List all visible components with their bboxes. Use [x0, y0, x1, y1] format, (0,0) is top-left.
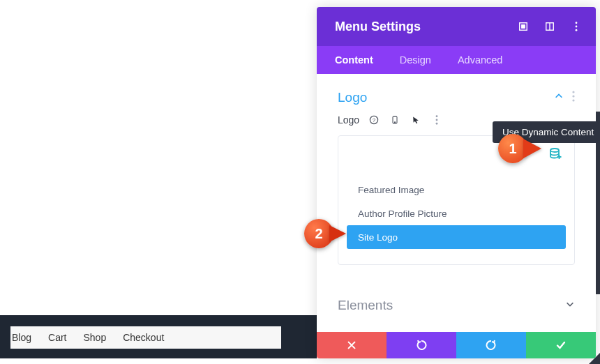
expand-icon[interactable] [518, 21, 529, 32]
undo-button[interactable] [387, 332, 456, 358]
svg-point-15 [436, 119, 438, 121]
instruction-callout-1: 1 [498, 134, 541, 163]
dyn-item-featured-image[interactable]: Featured Image [347, 178, 566, 202]
panel-title: Menu Settings [335, 20, 421, 34]
dyn-item-author-picture[interactable]: Author Profile Picture [347, 202, 566, 225]
footer-link-cart[interactable]: Cart [48, 332, 66, 343]
dynamic-content-list: Featured Image Author Profile Picture Si… [347, 178, 566, 249]
cancel-button[interactable] [317, 332, 387, 358]
kebab-icon[interactable] [571, 21, 582, 32]
section-elements: Elements [317, 282, 596, 321]
help-icon[interactable]: ? [369, 115, 379, 125]
panel-tabs: Content Design Advanced [317, 46, 596, 74]
svg-point-16 [436, 123, 438, 125]
svg-point-7 [572, 91, 574, 93]
mobile-icon[interactable] [390, 115, 400, 125]
svg-point-8 [572, 95, 574, 97]
footer-link-shop[interactable]: Shop [83, 332, 106, 343]
tab-content[interactable]: Content [335, 54, 373, 66]
footer-links: Blog Cart Shop Checkout [10, 326, 281, 349]
logo-field-label: Logo [338, 114, 359, 126]
hover-icon[interactable] [411, 115, 421, 125]
dynamic-content-icon[interactable] [549, 147, 562, 160]
section-title-logo[interactable]: Logo [338, 90, 367, 105]
footer-link-checkout[interactable]: Checkout [123, 332, 164, 343]
collapse-icon[interactable] [554, 91, 564, 104]
section-kebab-icon[interactable] [572, 91, 575, 105]
svg-text:?: ? [373, 117, 376, 123]
panel-header: Menu Settings [317, 7, 596, 46]
svg-point-4 [576, 22, 578, 24]
svg-point-14 [436, 115, 438, 117]
menu-settings-panel: Menu Settings Content Design Advanced Lo… [317, 7, 596, 358]
svg-point-17 [550, 149, 559, 152]
section-logo: Logo Logo ? [317, 74, 596, 265]
svg-point-9 [572, 99, 574, 101]
dyn-item-site-logo[interactable]: Site Logo [347, 225, 566, 249]
panel-header-actions [518, 21, 582, 32]
tab-design[interactable]: Design [400, 54, 431, 66]
expand-section-icon[interactable] [565, 299, 575, 312]
redo-button[interactable] [456, 332, 526, 358]
dock-icon[interactable] [544, 21, 555, 32]
panel-body: Logo Logo ? [317, 74, 596, 332]
footer-link-blog[interactable]: Blog [12, 332, 31, 343]
svg-rect-1 [522, 25, 525, 28]
svg-point-6 [576, 29, 578, 31]
svg-point-13 [395, 122, 396, 123]
page-footer: Blog Cart Shop Checkout [0, 315, 317, 358]
save-button[interactable] [526, 332, 596, 358]
section-title-elements[interactable]: Elements [338, 298, 393, 313]
tab-advanced[interactable]: Advanced [458, 54, 503, 66]
panel-action-bar [317, 332, 596, 358]
svg-point-5 [576, 26, 578, 28]
instruction-callout-2: 2 [304, 219, 346, 248]
field-kebab-icon[interactable] [432, 115, 442, 125]
